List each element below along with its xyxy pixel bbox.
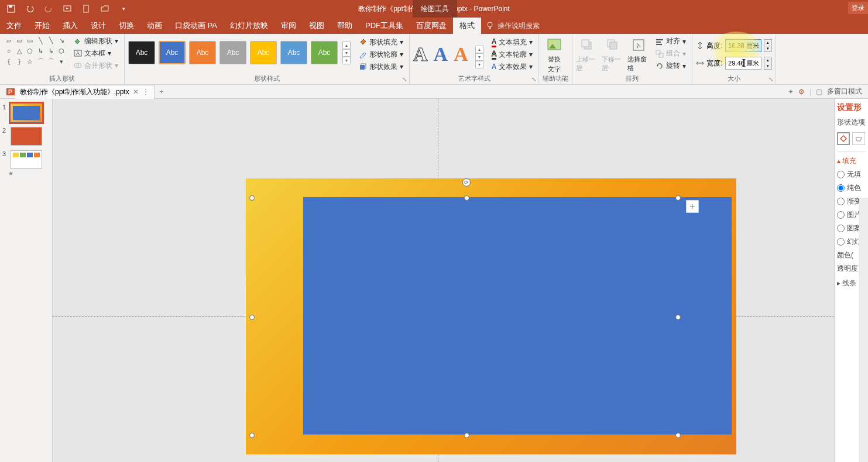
width-spinner[interactable]: ▴▾	[764, 57, 772, 70]
new-document-button[interactable]: +	[155, 88, 169, 96]
tab-pdf-tools[interactable]: PDF工具集	[359, 18, 410, 34]
shape-style-gallery[interactable]: Abc Abc Abc Abc Abc Abc Abc ▴▾▾	[128, 35, 351, 64]
save-icon[interactable]	[6, 4, 16, 14]
gear-icon[interactable]: ⚙	[798, 88, 805, 96]
new-file-icon[interactable]	[81, 4, 91, 14]
svg-rect-5	[489, 27, 491, 29]
style-swatch-2[interactable]: Abc	[159, 41, 186, 64]
text-box-button[interactable]: A文本框 ▾	[71, 47, 121, 59]
open-folder-icon[interactable]	[100, 4, 110, 14]
edit-shape-button[interactable]: 编辑形状 ▾	[71, 35, 121, 47]
fill-line-icon[interactable]	[837, 132, 850, 145]
multi-window-label[interactable]: 多窗口模式	[827, 87, 862, 96]
rotation-handle-icon[interactable]: ⟳	[462, 178, 471, 187]
effects-pane-icon[interactable]	[852, 132, 865, 145]
pane-shape-options[interactable]: 形状选项	[837, 118, 866, 127]
close-tab-icon[interactable]: ✕	[133, 88, 139, 96]
vertical-scrollbar[interactable]	[859, 198, 868, 462]
window-icon[interactable]: ▢	[816, 88, 822, 96]
selected-rectangle[interactable]	[303, 197, 732, 435]
qat-more-icon[interactable]: ▾	[118, 4, 129, 14]
tab-baidu-netdisk[interactable]: 百度网盘	[410, 18, 453, 34]
alt-text-button[interactable]: 替换 文字	[543, 35, 566, 74]
shape-effects-button[interactable]: 形状效果 ▾	[356, 61, 406, 73]
wordart-swatch-2[interactable]: A	[434, 43, 448, 65]
radio-no-fill[interactable]: 无填	[837, 170, 866, 180]
svg-rect-15	[582, 40, 589, 47]
group-label-wordart: 艺术字样式⤡	[413, 74, 535, 84]
style-swatch-4[interactable]: Abc	[219, 41, 246, 64]
tab-slideshow[interactable]: 幻灯片放映	[224, 18, 275, 34]
slide-thumb-3[interactable]	[11, 150, 42, 169]
shape-fill-button[interactable]: 形状填充 ▾	[356, 36, 406, 48]
tab-transitions[interactable]: 切换	[112, 18, 140, 34]
style-swatch-3[interactable]: Abc	[189, 41, 216, 64]
merge-shapes-button[interactable]: 合并形状 ▾	[71, 60, 121, 71]
style-swatch-1[interactable]: Abc	[128, 41, 155, 64]
group-button[interactable]: 组合 ▾	[653, 47, 688, 60]
resize-handle[interactable]	[464, 433, 469, 438]
tab-pocket-animation[interactable]: 口袋动画 PA	[169, 18, 224, 34]
resize-handle[interactable]	[464, 195, 469, 201]
start-from-beginning-icon[interactable]	[62, 4, 73, 14]
style-swatch-6[interactable]: Abc	[280, 41, 307, 64]
slide-thumb-2[interactable]	[11, 127, 42, 146]
height-label: 高度:	[706, 41, 722, 51]
login-button[interactable]: 登录	[848, 2, 868, 14]
tab-help[interactable]: 帮助	[331, 18, 359, 34]
svg-rect-17	[610, 42, 617, 49]
align-button[interactable]: 对齐 ▾	[653, 35, 688, 47]
style-gallery-more[interactable]: ▴▾▾	[342, 42, 351, 64]
tab-review[interactable]: 审阅	[275, 18, 303, 34]
text-effects-button[interactable]: A文本效果 ▾	[489, 61, 536, 73]
text-outline-button[interactable]: A文本轮廓 ▾	[489, 49, 536, 60]
wordart-swatch-1[interactable]: A	[413, 43, 428, 65]
resize-handle[interactable]	[249, 195, 255, 201]
height-icon	[696, 42, 704, 50]
tell-me-search[interactable]: 操作说明搜索	[486, 21, 540, 31]
tab-file[interactable]: 文件	[0, 18, 28, 34]
rotate-button[interactable]: 旋转 ▾	[653, 60, 688, 72]
style-swatch-7[interactable]: Abc	[311, 41, 338, 64]
group-size: 高度: ▴▾ 宽度: ▴▾ I 大小⤡	[692, 34, 776, 84]
height-input[interactable]	[725, 39, 761, 52]
style-swatch-5[interactable]: Abc	[250, 41, 277, 64]
shapes-gallery[interactable]: ▱▭▭╲╲↘ ○△⬠↳↳⬡ {}☆⌒⌒▾	[4, 35, 67, 67]
title-bar: ▾ 教你制作《ppt制作渐入功能》.pptx - PowerPoint 绘图工具…	[0, 0, 868, 18]
add-element-button[interactable]: +	[686, 200, 699, 213]
tab-design[interactable]: 设计	[84, 18, 112, 34]
shape-outline-button[interactable]: 形状轮廓 ▾	[356, 49, 406, 60]
pin-icon[interactable]: ✦	[788, 88, 794, 96]
radio-solid-fill[interactable]: 纯色	[837, 183, 866, 193]
pen-outline-icon	[359, 50, 367, 58]
dialog-launcher-icon[interactable]: ⤡	[402, 76, 407, 82]
redo-icon[interactable]	[43, 4, 54, 14]
resize-handle[interactable]	[249, 315, 255, 320]
resize-handle[interactable]	[675, 195, 681, 201]
bring-forward-button[interactable]: 上移一层	[576, 35, 599, 73]
tab-animations[interactable]: 动画	[140, 18, 169, 34]
tab-insert[interactable]: 插入	[56, 18, 84, 34]
send-backward-button[interactable]: 下移一层	[602, 35, 625, 73]
slide-thumb-1[interactable]	[11, 104, 42, 122]
tab-view[interactable]: 视图	[303, 18, 331, 34]
wordart-swatch-3[interactable]: A	[454, 43, 468, 65]
resize-handle[interactable]	[675, 433, 681, 438]
width-icon	[696, 59, 704, 67]
slide-canvas[interactable]: ⟳ +	[53, 99, 834, 462]
group-label-insert-shapes: 插入形状	[4, 74, 121, 84]
text-fill-button[interactable]: A文本填充 ▾	[489, 36, 536, 48]
resize-handle[interactable]	[675, 315, 681, 320]
selection-pane-button[interactable]: 选择窗格	[627, 35, 651, 73]
wordart-gallery[interactable]: A A A ▴▾▾	[413, 40, 483, 68]
tab-home[interactable]: 开始	[28, 18, 56, 34]
height-spinner[interactable]: ▴▾	[764, 39, 772, 52]
fill-section-toggle[interactable]: ▴ 填充	[837, 156, 866, 166]
dialog-launcher-icon[interactable]: ⤡	[768, 76, 773, 82]
resize-handle[interactable]	[249, 433, 255, 438]
wordart-gallery-more[interactable]: ▴▾▾	[475, 46, 483, 68]
dialog-launcher-icon[interactable]: ⤡	[531, 76, 536, 82]
undo-icon[interactable]	[25, 4, 35, 14]
document-tab[interactable]: 教你制作《ppt制作渐入功能》.pptx ✕ ⋮	[15, 85, 155, 99]
tab-format[interactable]: 格式	[453, 18, 481, 34]
